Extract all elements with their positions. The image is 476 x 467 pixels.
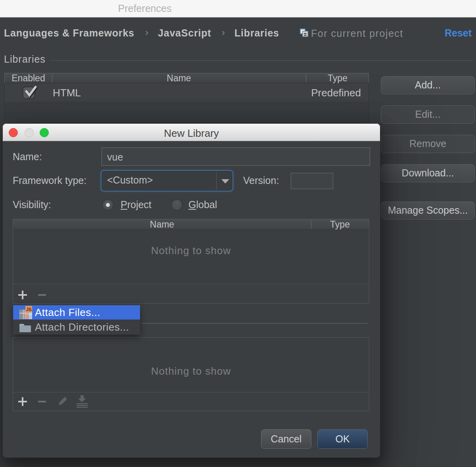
svg-text:JS: JS (26, 307, 32, 312)
